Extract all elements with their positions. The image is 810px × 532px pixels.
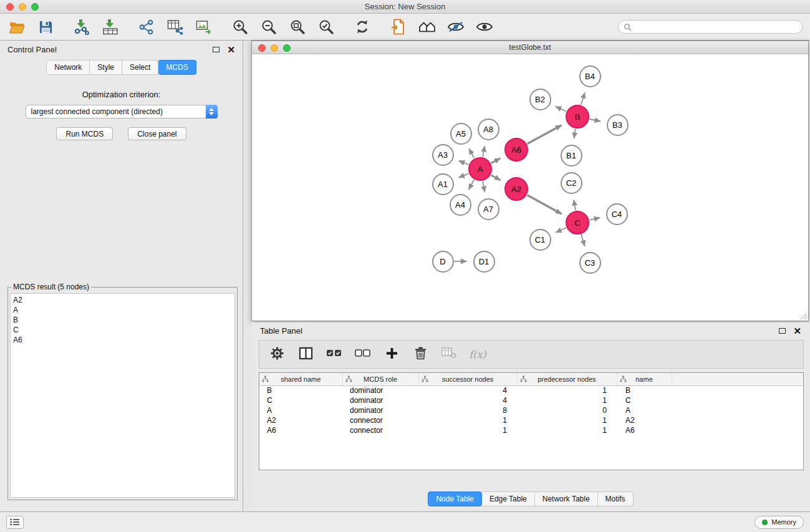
result-item-a6[interactable]: A6 — [13, 335, 232, 345]
memory-button[interactable]: Memory — [755, 516, 804, 529]
zoom-out-button[interactable] — [259, 17, 278, 37]
panel-menu-button[interactable] — [6, 516, 24, 529]
graph-edge-A-A4[interactable] — [469, 180, 475, 190]
column-header-successor-nodes[interactable]: successor nodes — [418, 373, 517, 385]
tab-select[interactable]: Select — [122, 60, 158, 75]
tab-network[interactable]: Network — [46, 60, 90, 75]
network-maximize-button[interactable] — [283, 44, 291, 52]
graph-edge-B-B2[interactable] — [556, 107, 566, 112]
graph-node-A2[interactable]: A2 — [504, 177, 528, 201]
graph-node-A5[interactable]: A5 — [450, 123, 472, 145]
graph-edge-A-A5[interactable] — [469, 148, 474, 158]
zoom-fit-button[interactable] — [288, 17, 307, 37]
result-item-c[interactable]: C — [13, 325, 232, 335]
close-table-panel-icon[interactable]: ✕ — [793, 326, 801, 336]
export-table-button[interactable] — [166, 17, 185, 37]
graph-edge-A6-B[interactable] — [528, 125, 562, 144]
minimize-window-button[interactable] — [19, 3, 26, 11]
column-header-mcds-role[interactable]: MCDS role — [342, 373, 418, 385]
graph-edge-A-A1[interactable] — [459, 173, 469, 177]
table-row-a[interactable]: Adominator80A — [259, 405, 803, 415]
network-canvas[interactable]: B4B2BB3A5A8A6A3B1AC2A1A2A4A7C4CC1DD1C3 — [252, 55, 808, 321]
table-row-a2[interactable]: A2connector11A2 — [259, 415, 803, 425]
close-panel-icon[interactable]: ✕ — [227, 45, 235, 54]
unselect-all-columns-button[interactable] — [352, 343, 374, 365]
graph-edge-A-A7[interactable] — [483, 181, 485, 193]
result-item-b[interactable]: B — [13, 315, 232, 325]
table-row-a6[interactable]: A6connector11A6 — [259, 425, 803, 435]
network-minimize-button[interactable] — [271, 44, 278, 52]
search-box[interactable] — [618, 20, 803, 34]
table-row-c[interactable]: Cdominator41C — [259, 395, 803, 405]
search-input[interactable] — [635, 22, 797, 31]
graph-node-C[interactable]: C — [566, 211, 589, 235]
optimization-criterion-dropdown[interactable]: largest connected component (directed) — [26, 105, 218, 118]
graph-node-C3[interactable]: C3 — [579, 252, 601, 274]
open-document-button[interactable] — [389, 17, 408, 37]
mcds-result-list[interactable]: A2ABCA6 — [10, 293, 235, 498]
graph-edge-A-A3[interactable] — [459, 161, 469, 165]
maximize-window-button[interactable] — [31, 3, 39, 11]
zoom-in-button[interactable] — [231, 17, 249, 37]
save-session-button[interactable] — [36, 17, 55, 37]
graph-node-A6[interactable]: A6 — [504, 138, 528, 162]
birdseye-view-button[interactable] — [446, 17, 465, 37]
graph-node-A1[interactable]: A1 — [432, 173, 454, 195]
tab-network-table[interactable]: Network Table — [535, 491, 598, 506]
graph-node-B2[interactable]: B2 — [529, 89, 551, 110]
graph-node-D[interactable]: D — [432, 251, 454, 273]
resize-handle[interactable] — [800, 312, 808, 320]
graph-edge-C-C2[interactable] — [574, 200, 576, 210]
float-table-panel-icon[interactable] — [779, 328, 786, 334]
graph-node-A8[interactable]: A8 — [478, 118, 499, 140]
home-button[interactable] — [418, 17, 436, 37]
graph-edge-C-C4[interactable] — [590, 218, 600, 220]
create-column-button[interactable] — [380, 343, 403, 365]
result-item-a2[interactable]: A2 — [13, 295, 232, 305]
graph-edge-C-C3[interactable] — [581, 235, 585, 246]
zoom-selected-button[interactable] — [317, 17, 335, 37]
graph-edge-A2-C[interactable] — [528, 195, 562, 214]
delete-columns-button[interactable] — [409, 343, 432, 365]
import-network-from-file-button[interactable] — [72, 17, 91, 37]
graph-node-B4[interactable]: B4 — [579, 65, 601, 87]
tab-node-table[interactable]: Node Table — [428, 491, 482, 506]
graph-node-B1[interactable]: B1 — [561, 145, 582, 167]
tab-edge-table[interactable]: Edge Table — [482, 491, 535, 506]
graph-node-A7[interactable]: A7 — [478, 198, 499, 220]
network-close-button[interactable] — [258, 44, 266, 52]
graph-node-A[interactable]: A — [468, 157, 492, 181]
table-row-b[interactable]: Bdominator41B — [259, 385, 803, 395]
graph-node-B3[interactable]: B3 — [607, 114, 629, 136]
graph-edge-B-B4[interactable] — [581, 92, 585, 105]
table-settings-button[interactable] — [266, 343, 288, 365]
apply-layout-button[interactable] — [353, 17, 372, 37]
float-panel-icon[interactable] — [213, 47, 219, 52]
run-mcds-button[interactable]: Run MCDS — [56, 127, 113, 140]
select-all-columns-button[interactable] — [323, 343, 345, 365]
show-hide-button[interactable] — [475, 17, 494, 37]
graph-node-C4[interactable]: C4 — [606, 203, 628, 225]
graph-edge-A-A2[interactable] — [491, 175, 501, 180]
tab-motifs[interactable]: Motifs — [598, 491, 634, 506]
open-session-button[interactable] — [7, 17, 26, 37]
network-window-titlebar[interactable]: testGlobe.txt — [252, 41, 808, 54]
graph-node-A3[interactable]: A3 — [432, 144, 454, 166]
graph-edge-A-A6[interactable] — [491, 158, 501, 163]
graph-edge-C-C1[interactable] — [556, 228, 566, 233]
graph-node-D1[interactable]: D1 — [473, 251, 495, 273]
close-panel-button[interactable]: Close panel — [128, 127, 186, 140]
graph-node-C1[interactable]: C1 — [529, 229, 551, 251]
graph-edge-B-B3[interactable] — [590, 119, 601, 122]
column-header-predecessor-nodes[interactable]: predecessor nodes — [517, 373, 617, 385]
close-window-button[interactable] — [6, 3, 14, 11]
tab-style[interactable]: Style — [90, 60, 122, 75]
graph-edge-B-B1[interactable] — [574, 129, 575, 138]
graph-edge-A-A8[interactable] — [483, 146, 485, 157]
column-header-name[interactable]: name — [617, 373, 672, 385]
column-header-shared-name[interactable]: shared name — [259, 373, 342, 385]
graph-node-B[interactable]: B — [566, 105, 589, 128]
graph-node-C2[interactable]: C2 — [561, 172, 582, 194]
graph-node-A4[interactable]: A4 — [450, 194, 471, 216]
result-item-a[interactable]: A — [13, 305, 232, 315]
